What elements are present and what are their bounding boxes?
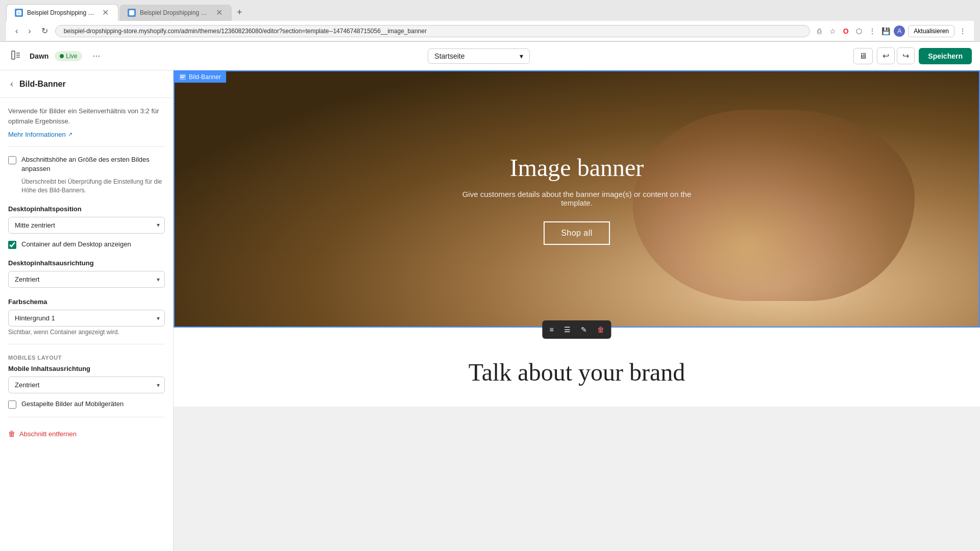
shop-all-button[interactable]: Shop all xyxy=(544,221,610,245)
topbar: Dawn Live ··· Startseite ▾ 🖥 ↩ ↪ Speiche… xyxy=(0,42,980,70)
toolbar-align-left-button[interactable]: ≡ xyxy=(545,322,557,337)
stacked-checkbox[interactable] xyxy=(8,400,16,409)
section-height-checkbox[interactable] xyxy=(8,156,16,164)
forward-nav-button[interactable]: › xyxy=(25,24,34,38)
mehr-informationen-link[interactable]: Mehr Informationen ↗ xyxy=(8,131,72,138)
section-height-helper: Überschreibt bei Überprüfung die Einstel… xyxy=(21,178,165,195)
container-label: Container auf dem Desktop anzeigen xyxy=(21,240,131,249)
more-button[interactable]: ··· xyxy=(88,48,104,63)
brand-section: Talk about your brand xyxy=(174,328,980,407)
tab-close-1[interactable]: ✕ xyxy=(101,9,110,17)
alignment-select[interactable]: Zentriert xyxy=(8,271,165,288)
tab-title-1: Beispiel Dropshipping Store ·... xyxy=(27,9,97,16)
desktop-position-select-wrapper: Mitte zentriert ▾ xyxy=(8,217,165,234)
brand-title: Talk about your brand xyxy=(194,358,960,386)
browser-tab-active[interactable]: S Beispiel Dropshipping Store ·... ✕ xyxy=(6,4,118,21)
mobile-align-label: Mobile Inhaltsausrichtung xyxy=(8,365,165,372)
stacked-label: Gestapelte Bilder auf Mobilgeräten xyxy=(21,399,124,409)
aktualisieren-button[interactable]: Aktualisieren xyxy=(908,25,954,37)
page-selector[interactable]: Startseite ▾ xyxy=(428,48,530,64)
panel-description: Verwende für Bilder ein Seitenverhältnis… xyxy=(8,106,165,126)
mobile-section: MOBILES LAYOUT Mobile Inhaltsausrichtung… xyxy=(8,355,165,409)
tab-favicon-1: S xyxy=(15,9,23,17)
share-icon[interactable]: ⎙ xyxy=(814,26,824,36)
divider-1 xyxy=(8,146,165,147)
panel-title: Bild-Banner xyxy=(19,80,66,89)
preview-frame: Bild-Banner Image banner Give custom xyxy=(174,70,980,551)
sidebar-toggle-button[interactable] xyxy=(8,47,23,64)
alignment-label: Desktopinhaltsausrichtung xyxy=(8,259,165,267)
dots-icon[interactable]: ⋮ xyxy=(958,26,968,36)
svg-rect-2 xyxy=(129,10,134,15)
delete-label: Abschnitt entfernen xyxy=(19,430,77,438)
alignment-section: Desktopinhaltsausrichtung Zentriert ▾ xyxy=(8,259,165,288)
banner-content: Image banner Give customers details abou… xyxy=(449,154,704,245)
back-nav-button[interactable]: ‹ xyxy=(12,24,21,38)
section-height-row: Abschnittshöhe an Größe des ersten Bilde… xyxy=(8,155,165,173)
mobile-align-select[interactable]: Zentriert xyxy=(8,377,165,393)
color-select[interactable]: Hintergrund 1 xyxy=(8,310,165,327)
banner-label: Bild-Banner xyxy=(175,71,226,83)
panel-content: Verwende für Bilder ein Seitenverhältnis… xyxy=(0,98,173,450)
left-panel: ‹ Bild-Banner Verwende für Bilder ein Se… xyxy=(0,70,174,551)
mobile-align-select-wrapper: Zentriert ▾ xyxy=(8,377,165,393)
topbar-right: 🖥 ↩ ↪ Speichern xyxy=(853,47,972,64)
browser-chrome: S Beispiel Dropshipping Store ·... ✕ Bei… xyxy=(0,0,980,42)
tab-close-2[interactable]: ✕ xyxy=(215,9,224,17)
app: Dawn Live ··· Startseite ▾ 🖥 ↩ ↪ Speiche… xyxy=(0,42,980,551)
banner-subtitle: Give customers details about the banner … xyxy=(449,190,704,207)
stacked-checkbox-row: Gestapelte Bilder auf Mobilgeräten xyxy=(8,399,165,409)
opera-icon[interactable]: O xyxy=(841,26,851,36)
desktop-view-button[interactable]: 🖥 xyxy=(853,48,873,64)
banner-background: Image banner Give customers details abou… xyxy=(175,71,979,327)
browser-actions: ⎙ ☆ O ⬡ ⋮ 💾 A Aktualisieren ⋮ xyxy=(814,25,968,37)
container-checkbox-row: Container auf dem Desktop anzeigen xyxy=(8,240,165,249)
container-checkbox[interactable] xyxy=(8,241,16,249)
topbar-left: Dawn Live ··· xyxy=(8,47,104,64)
svg-text:S: S xyxy=(17,11,20,15)
color-label: Farbschema xyxy=(8,298,165,306)
desktop-position-label: Desktopinhaltsposition xyxy=(8,205,165,213)
star-icon[interactable]: ☆ xyxy=(827,26,838,36)
account-icon[interactable]: A xyxy=(894,26,905,37)
undo-button[interactable]: ↩ xyxy=(877,47,895,64)
browser-tab-2[interactable]: Beispiel Dropshipping Store ✕ xyxy=(119,5,232,21)
back-button[interactable]: ‹ xyxy=(8,78,15,90)
toolbar-align-center-button[interactable]: ☰ xyxy=(560,322,575,337)
desktop-position-section: Desktopinhaltsposition Mitte zentriert ▾ xyxy=(8,205,165,234)
chevron-down-icon: ▾ xyxy=(520,52,523,60)
save-icon[interactable]: 💾 xyxy=(880,26,891,36)
redo-button[interactable]: ↪ xyxy=(897,47,915,64)
preview-inner: Bild-Banner Image banner Give custom xyxy=(174,70,980,407)
external-link-icon: ↗ xyxy=(68,131,72,138)
undo-redo: ↩ ↪ xyxy=(877,47,915,64)
browser-url-bar: ‹ › ↻ ⎙ ☆ O ⬡ ⋮ 💾 A Aktualisieren ⋮ xyxy=(6,21,974,41)
banner-wrapper: Bild-Banner Image banner Give custom xyxy=(174,70,980,328)
divider-3 xyxy=(8,417,165,417)
save-button[interactable]: Speichern xyxy=(919,48,972,64)
new-tab-button[interactable]: + xyxy=(233,5,247,20)
delete-section-row[interactable]: 🗑 Abschnitt entfernen xyxy=(8,425,165,442)
extension-icon[interactable]: ⬡ xyxy=(854,26,864,36)
preview-area: Bild-Banner Image banner Give custom xyxy=(174,70,980,551)
menu-icon[interactable]: ⋮ xyxy=(867,26,877,36)
desktop-position-select[interactable]: Mitte zentriert xyxy=(8,217,165,234)
panel-header: ‹ Bild-Banner xyxy=(0,70,173,98)
toolbar-edit-button[interactable]: ✎ xyxy=(577,322,591,337)
page-selector-text: Startseite xyxy=(434,52,464,60)
live-label: Live xyxy=(66,53,77,60)
url-input[interactable] xyxy=(55,25,811,37)
live-dot xyxy=(60,54,64,58)
topbar-center: Startseite ▾ xyxy=(110,48,847,64)
color-select-wrapper: Hintergrund 1 ▾ xyxy=(8,310,165,327)
theme-name: Dawn xyxy=(30,52,48,60)
live-badge: Live xyxy=(55,51,82,61)
tab-title-2: Beispiel Dropshipping Store xyxy=(140,9,211,16)
float-toolbar: ≡ ☰ ✎ 🗑 xyxy=(542,320,611,339)
banner-label-text: Bild-Banner xyxy=(189,73,221,81)
refresh-nav-button[interactable]: ↻ xyxy=(38,24,51,38)
toolbar-delete-button[interactable]: 🗑 xyxy=(593,322,608,337)
link-text: Mehr Informationen xyxy=(8,131,66,138)
svg-rect-3 xyxy=(12,51,15,59)
svg-rect-8 xyxy=(180,76,185,77)
